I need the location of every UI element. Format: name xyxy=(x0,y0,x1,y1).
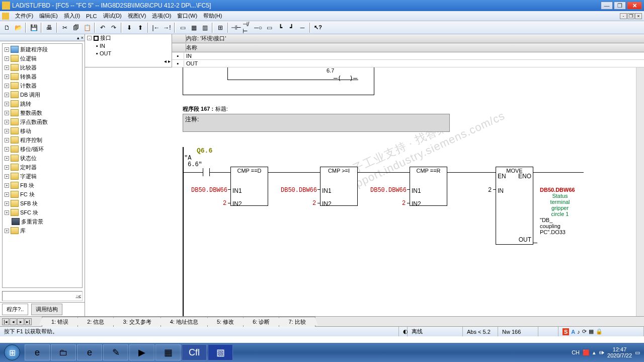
doc-close-button[interactable]: × xyxy=(635,13,642,19)
tab-nav-first[interactable]: |◂ xyxy=(2,318,9,325)
tree-item[interactable]: +字逻辑 xyxy=(4,172,81,181)
tree-item[interactable]: +新建程序段 xyxy=(4,45,81,54)
view2-button[interactable]: ▦ xyxy=(189,23,199,33)
interface-tree[interactable]: -🞐 接口 ▪ IN ▪ OUT ◂ ▸ xyxy=(85,34,172,67)
tab-compare[interactable]: 7: 比较 xyxy=(279,317,315,327)
undo-button[interactable]: ↶ xyxy=(98,23,108,33)
goto-button[interactable]: |← xyxy=(151,23,161,33)
upload-button[interactable]: ⬆ xyxy=(135,23,145,33)
tree-item[interactable]: +FB 块 xyxy=(4,181,81,190)
tab-nav-prev[interactable]: ◂ xyxy=(10,318,17,325)
network-title[interactable]: 程序段 167 : 标题: xyxy=(183,105,228,113)
menu-options[interactable]: 选项(O) xyxy=(149,11,174,21)
open-button[interactable]: 📂 xyxy=(13,23,23,33)
tree-item[interactable]: 多重背景 xyxy=(4,217,81,226)
task-app3[interactable]: ▦ xyxy=(155,344,181,360)
if-out[interactable]: OUT xyxy=(100,50,111,56)
ime-indicator[interactable]: CH xyxy=(572,349,580,355)
network-comment[interactable]: 注释: xyxy=(183,114,450,132)
canvas-vscroll[interactable] xyxy=(636,67,644,316)
tree-item[interactable]: +比较器 xyxy=(4,63,81,72)
move-out-label[interactable]: DB50.DBW66 Status terminal gripper circl… xyxy=(540,187,580,235)
tab-addr[interactable]: 4: 地址信息 xyxy=(160,317,208,327)
if-row-out[interactable]: OUT xyxy=(184,60,198,66)
redo-button[interactable]: ↷ xyxy=(109,23,119,33)
task-ie2[interactable]: e xyxy=(77,344,102,360)
menu-plc[interactable]: PLC xyxy=(83,12,100,20)
menu-file[interactable]: 文件(F) xyxy=(12,11,36,21)
save-button[interactable]: 💾 xyxy=(29,23,39,33)
contact-address[interactable]: Q6.6 xyxy=(197,147,212,155)
contact-no-button[interactable]: ⊣⊢ xyxy=(231,23,241,33)
maximize-button[interactable]: ❐ xyxy=(614,2,626,10)
cmp-eq-d-box[interactable]: CMP ==D IN1 IN2 xyxy=(230,167,268,206)
if-row-in[interactable]: IN xyxy=(184,53,192,59)
instruction-tree[interactable]: +新建程序段+位逻辑+比较器+转换器+计数器+DB 调用+跳转+整数函数+浮点数… xyxy=(2,43,83,288)
close-button[interactable]: ✕ xyxy=(627,2,642,10)
menu-edit[interactable]: 编辑(E) xyxy=(36,11,61,21)
task-app2[interactable]: ▶ xyxy=(129,344,154,360)
box-button[interactable]: ▭ xyxy=(264,23,274,33)
tree-item[interactable]: +库 xyxy=(4,226,81,235)
menu-help[interactable]: 帮助(H) xyxy=(200,11,225,21)
filter-input[interactable]: ⟂≤ xyxy=(2,291,83,301)
cmp-ge-i-box[interactable]: CMP >=I IN1 IN2 xyxy=(320,167,358,206)
doc-restore-button[interactable]: ❐ xyxy=(627,13,634,19)
move-box[interactable]: MOVE EN ENO IN OUT xyxy=(496,167,533,245)
tree-item[interactable]: +移动 xyxy=(4,126,81,135)
minimize-button[interactable]: — xyxy=(601,2,613,10)
paste-button[interactable]: 📋 xyxy=(82,23,92,33)
cmp1-in2-val[interactable]: 2 xyxy=(223,200,226,207)
task-app5[interactable]: ▧ xyxy=(208,344,233,360)
cmp-eq-r-box[interactable]: CMP ==R IN1 IN2 xyxy=(410,167,447,206)
copy-button[interactable]: 🗐 xyxy=(71,23,81,33)
tree-item[interactable]: +计数器 xyxy=(4,81,81,90)
branch-open-button[interactable]: ┗ xyxy=(275,23,285,33)
tab-call-structure[interactable]: 调用结构 xyxy=(31,304,62,315)
tab-nav-next[interactable]: ▸ xyxy=(17,318,24,325)
contact-nc-button[interactable]: ⊣/⊢ xyxy=(242,23,252,33)
view3-button[interactable]: ▥ xyxy=(200,23,210,33)
cmp3-in1-val[interactable]: DB50.DBW66 xyxy=(370,187,407,194)
if-in[interactable]: IN xyxy=(100,43,105,49)
goto2-button[interactable]: →! xyxy=(162,23,172,33)
conn-button[interactable]: ─ xyxy=(297,23,307,33)
tab-xref[interactable]: 3: 交叉参考 xyxy=(113,317,160,327)
cmp2-in1-val[interactable]: DB50.DBW66 xyxy=(281,187,317,194)
branch-close-button[interactable]: ┛ xyxy=(286,23,296,33)
tree-item[interactable]: +DB 调用 xyxy=(4,90,81,99)
interface-table[interactable]: 内容: '环境\接口' 名称 ▪IN ▪OUT xyxy=(172,34,644,67)
task-explorer[interactable]: 🗀 xyxy=(51,344,76,360)
help-context-button[interactable]: ↖? xyxy=(313,23,323,33)
tree-item[interactable]: +位逻辑 xyxy=(4,54,81,63)
print-button[interactable]: 🖶 xyxy=(44,23,54,33)
task-app1[interactable]: ✎ xyxy=(103,344,128,360)
start-button[interactable]: ⊞ xyxy=(0,343,24,362)
view1-button[interactable]: ▭ xyxy=(178,23,188,33)
tree-item[interactable]: +浮点数函数 xyxy=(4,117,81,126)
tree-item[interactable]: +SFC 块 xyxy=(4,208,81,217)
move-in-val[interactable]: 2 xyxy=(488,187,492,194)
cut-button[interactable]: ✂ xyxy=(60,23,70,33)
cmp3-in2-val[interactable]: 2 xyxy=(402,200,406,207)
tab-program[interactable]: 程序?.. xyxy=(2,304,28,315)
new-button[interactable]: 🗋 xyxy=(2,23,12,33)
tree-item[interactable]: +转换器 xyxy=(4,72,81,81)
menu-window[interactable]: 窗口(W) xyxy=(174,11,200,21)
task-app4[interactable]: Cfl xyxy=(182,344,207,360)
doc-min-button[interactable]: - xyxy=(620,13,627,19)
if-root[interactable]: 接口 xyxy=(100,34,111,42)
system-tray[interactable]: CH 🟥▴🕪 12:47 2020/7/22 ▭ xyxy=(572,346,644,358)
tab-diag[interactable]: 6: 诊断 xyxy=(243,317,279,327)
download-button[interactable]: ⬇ xyxy=(124,23,134,33)
menu-view[interactable]: 视图(V) xyxy=(125,11,149,21)
tab-info[interactable]: 2: 信息 xyxy=(77,317,114,327)
coil-button[interactable]: ─○ xyxy=(253,23,263,33)
no-contact[interactable] xyxy=(184,169,229,176)
tree-item[interactable]: +程序控制 xyxy=(4,135,81,144)
tab-errors[interactable]: 1: 错误 xyxy=(42,317,78,327)
tree-item[interactable]: +跳转 xyxy=(4,99,81,108)
tab-nav-last[interactable]: ▸| xyxy=(25,318,32,325)
tree-item[interactable]: +移位/循环 xyxy=(4,144,81,154)
menu-debug[interactable]: 调试(D) xyxy=(100,11,125,21)
